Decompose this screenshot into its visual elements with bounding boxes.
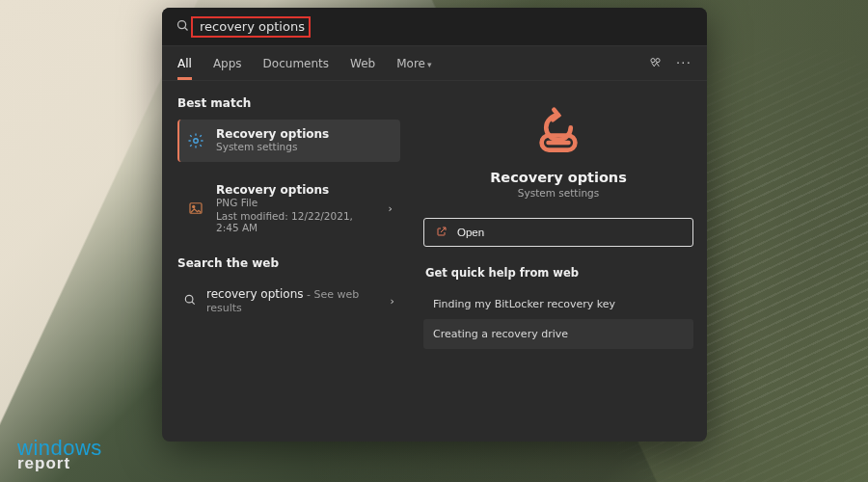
help-recovery-drive[interactable]: Creating a recovery drive: [423, 319, 693, 349]
preview-subtitle: System settings: [423, 187, 693, 199]
chevron-right-icon: ›: [389, 202, 393, 215]
settings-icon: [185, 130, 206, 151]
result-meta: Last modified: 12/22/2021, 2:45 AM: [216, 210, 379, 233]
quick-help-header: Get quick help from web: [425, 266, 693, 280]
tab-documents[interactable]: Documents: [263, 57, 329, 70]
filter-tabs: All Apps Documents Web More▾ ···: [162, 46, 707, 81]
svg-line-8: [192, 301, 195, 304]
rewards-icon[interactable]: [648, 55, 663, 72]
svg-line-1: [185, 27, 188, 30]
search-web-label: Search the web: [177, 256, 400, 270]
tab-web[interactable]: Web: [350, 57, 375, 70]
result-recovery-options-png[interactable]: Recovery options PNG File Last modified:…: [177, 175, 400, 241]
help-bitlocker-key[interactable]: Finding my BitLocker recovery key: [423, 289, 693, 319]
preview-title: Recovery options: [423, 170, 693, 185]
svg-point-3: [656, 58, 660, 62]
watermark: windows report: [17, 439, 102, 470]
result-subtitle: PNG File: [216, 197, 379, 210]
open-external-icon: [436, 226, 448, 239]
results-column: Best match Recovery options System setti…: [162, 81, 410, 442]
web-query-text: recovery options: [206, 287, 304, 301]
open-button[interactable]: Open: [423, 218, 693, 247]
chevron-right-icon: ›: [391, 295, 394, 308]
chevron-down-icon: ▾: [427, 60, 432, 69]
search-bar[interactable]: [162, 8, 707, 46]
svg-point-2: [651, 58, 655, 62]
svg-point-0: [178, 20, 186, 28]
tab-apps[interactable]: Apps: [213, 57, 242, 70]
result-recovery-options-settings[interactable]: Recovery options System settings: [177, 120, 400, 162]
start-search-panel: All Apps Documents Web More▾ ··· Best ma…: [162, 8, 707, 442]
search-icon: [176, 18, 190, 36]
open-label: Open: [457, 227, 484, 238]
result-subtitle: System settings: [216, 141, 393, 154]
result-title: Recovery options: [216, 127, 393, 141]
more-options-icon[interactable]: ···: [676, 56, 692, 70]
web-result-recovery-options[interactable]: recovery options - See web results ›: [177, 280, 400, 322]
result-title: Recovery options: [216, 183, 379, 197]
search-input[interactable]: [200, 19, 693, 34]
search-icon: [183, 293, 197, 309]
preview-column: Recovery options System settings Open Ge…: [410, 81, 707, 442]
svg-point-4: [194, 139, 199, 144]
tab-more[interactable]: More▾: [396, 57, 431, 70]
recovery-icon: [529, 104, 587, 160]
best-match-label: Best match: [177, 96, 400, 110]
svg-point-6: [193, 205, 195, 207]
tab-all[interactable]: All: [177, 57, 192, 70]
svg-point-7: [185, 295, 193, 303]
image-file-icon: [185, 198, 206, 219]
